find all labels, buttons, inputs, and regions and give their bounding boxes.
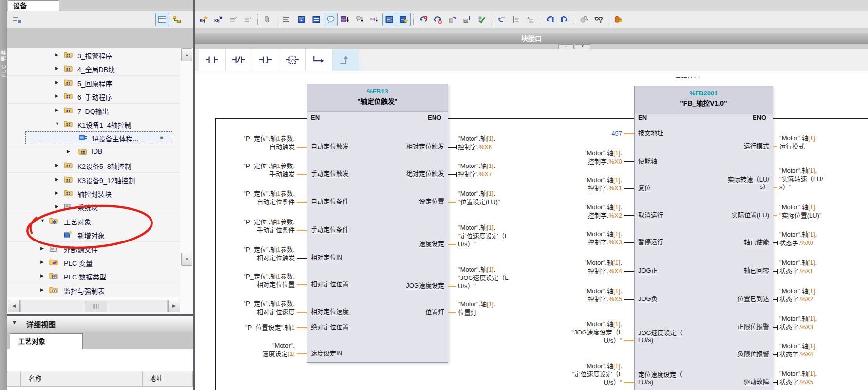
nc-contact-icon[interactable]	[226, 49, 252, 71]
network-comments-icon[interactable]	[324, 13, 338, 26]
block-interface-bar[interactable]: 块接口	[195, 33, 868, 44]
left-nav-rail[interactable]: PLC 编程	[0, 0, 7, 390]
input-operand[interactable]: "Motor".轴[1].控制字.%X2	[523, 203, 622, 220]
tree-item[interactable]: ▶IDB	[7, 145, 180, 159]
tab-tech-objects[interactable]: 工艺对象	[10, 333, 83, 349]
close-branch-icon[interactable]	[333, 49, 359, 71]
output-operand[interactable]: "Motor".轴[1]."实际位置(LU)"	[779, 203, 868, 220]
chevron-collapsed-icon[interactable]: ▶	[55, 163, 58, 167]
input-operand[interactable]: "P_定位".轴1参数.自动触发	[197, 134, 295, 151]
tree-scroll-up-button[interactable]: ▲	[181, 48, 192, 61]
insert-empty-box-icon[interactable]	[226, 13, 240, 26]
output-operand[interactable]: "Motor".轴[1].状态字.%X4	[779, 342, 868, 358]
input-operand[interactable]: "Motor".轴[1]."定位速度设定（LU/s）"	[523, 362, 622, 387]
tree-item[interactable]: ▶K2设备5_8轴控制	[7, 159, 180, 173]
chevron-collapsed-icon[interactable]: ▶	[55, 66, 58, 71]
chevron-collapsed-icon[interactable]: ▶	[55, 108, 58, 112]
output-operand[interactable]: "Motor".轴[1].状态字.%X5	[779, 370, 868, 386]
monitoring-icon[interactable]	[592, 13, 605, 26]
insert-network-icon[interactable]: ĸӊ	[197, 13, 211, 26]
tree-scroll-right-button[interactable]: ▶	[168, 300, 180, 312]
input-pin[interactable]: 手动定位条件	[311, 226, 391, 233]
chevron-expanded-icon[interactable]: ▼	[40, 218, 45, 223]
output-pin[interactable]: 实际转速（LU/s）	[689, 176, 769, 190]
open-branch-icon[interactable]	[306, 49, 333, 71]
chevron-collapsed-icon[interactable]: ▶	[40, 260, 44, 264]
input-operand[interactable]: "P_位置设定".轴1	[197, 323, 295, 332]
tree-item[interactable]: 新增对象	[7, 228, 180, 242]
chevron-down-icon[interactable]: ▼	[12, 319, 17, 325]
chevron-collapsed-icon[interactable]: ▶	[40, 246, 44, 251]
tree-item[interactable]: ▼K1设备1_4轴控制	[7, 117, 180, 131]
tree-item[interactable]: ▶5_回原程序	[7, 76, 180, 90]
download-icon[interactable]: DI	[460, 13, 474, 26]
go-back-icon[interactable]	[543, 13, 557, 26]
output-pin[interactable]: 轴已使能	[689, 239, 769, 246]
output-pin[interactable]: 位置灯	[364, 308, 444, 316]
insert-branch-icon[interactable]	[241, 13, 255, 26]
tree-scroll-down-button[interactable]: ▼	[181, 253, 192, 266]
input-operand[interactable]: "P_定位".轴1参数.相对定位速度	[197, 299, 295, 316]
output-pin[interactable]: 实际位置(LU)	[689, 211, 769, 219]
tree-item[interactable]: ▶3_报警程序	[7, 48, 180, 62]
input-operand[interactable]: "P_定位".轴1参数.相对定位位置	[197, 272, 295, 289]
output-operand[interactable]: "Motor".轴[1]."实际转速（LU/s）"	[779, 167, 868, 191]
input-operand[interactable]: "Motor".轴[1].控制字.%X3	[523, 230, 622, 246]
input-operand[interactable]: "P_定位".轴1参数.手动定位条件	[197, 218, 295, 234]
input-pin[interactable]: 相对定位IN	[311, 254, 391, 261]
chevron-collapsed-icon[interactable]: ▶	[55, 52, 58, 57]
output-pin[interactable]: 设定位置	[364, 198, 444, 205]
chevron-collapsed-icon[interactable]: ▶	[55, 204, 58, 209]
output-pin[interactable]: 速度设定	[364, 240, 444, 247]
operand-info-icon[interactable]	[339, 13, 352, 26]
go-forward-icon[interactable]	[558, 13, 571, 26]
fb-block-header[interactable]: %FB13"轴定位触发"	[307, 84, 448, 112]
input-pin[interactable]: 绝对定位位置	[311, 323, 391, 331]
chevron-expanded-icon[interactable]: ▼	[55, 121, 59, 126]
favorites-display-icon[interactable]	[397, 13, 411, 26]
empty-box-icon[interactable]: ??	[279, 49, 306, 71]
output-pin[interactable]: 正限位报警	[689, 323, 769, 330]
output-operand[interactable]: "Motor".轴[1].状态字.%X0	[779, 230, 868, 247]
details-view-header[interactable]: ▼ 详细视图	[7, 316, 193, 332]
output-pin[interactable]: 位置已到达	[689, 295, 769, 302]
tree-item[interactable]: ▶轴控封装块	[7, 186, 180, 201]
tree-item[interactable]: ▶PLC 数据类型	[7, 269, 180, 283]
output-pin[interactable]: 运行模式	[689, 142, 769, 149]
input-operand[interactable]: "Motor".轴[1].控制字.%X1	[523, 176, 622, 192]
input-operand[interactable]: "Motor".速度设定[1]	[197, 341, 295, 358]
output-pin[interactable]: JOG速度设定	[364, 282, 444, 289]
output-pin[interactable]: 轴已回零	[689, 267, 769, 274]
comment-info-icon[interactable]	[353, 13, 367, 26]
find-replace-icon[interactable]	[577, 13, 591, 26]
network-order-icon[interactable]	[280, 13, 294, 26]
tree-item[interactable]: ▶系统块	[7, 200, 180, 214]
output-operand[interactable]: "Motor".轴[1].状态字.%X3	[779, 315, 868, 331]
update-block-calls-icon[interactable]	[446, 13, 459, 26]
tree-hscrollbar-thumb[interactable]: ||||	[85, 301, 107, 312]
no-contact-icon[interactable]	[199, 49, 226, 71]
retain-memory-icon[interactable]	[611, 13, 625, 26]
favorites-info-icon[interactable]: ĸӊ	[368, 13, 381, 26]
previous-error-icon[interactable]	[416, 13, 430, 26]
details-col-name[interactable]: 名称	[20, 371, 142, 387]
chevron-collapsed-icon[interactable]: ▶	[55, 93, 58, 98]
input-operand[interactable]: "Motor".轴[1].控制字.%X0	[523, 149, 622, 166]
output-operand[interactable]: "Motor".轴[1].状态字.%X2	[779, 287, 868, 303]
input-operand[interactable]: "P_定位".轴1参数.自动定位条件	[197, 189, 295, 206]
tree-item[interactable]: ▼✱工艺对象	[7, 214, 180, 228]
output-operand[interactable]: "Motor".轴[1].状态字.%X1	[779, 259, 868, 275]
tree-item[interactable]: ▶4_全局DB块	[7, 62, 180, 76]
next-error-icon[interactable]	[431, 13, 445, 26]
open-all-networks-icon[interactable]	[295, 13, 308, 26]
output-pin[interactable]: 驱动故障	[689, 378, 769, 385]
network-display-icon[interactable]	[382, 13, 396, 26]
tree-item[interactable]: ▶7_DQ输出	[7, 104, 180, 118]
tree-item[interactable]: ▶6_手动程序	[7, 90, 180, 104]
input-pin[interactable]: JOG速度设定（LU/s)	[638, 329, 718, 344]
details-col-address[interactable]: 地址	[142, 371, 193, 387]
chevron-collapsed-icon[interactable]: ▶	[55, 177, 58, 182]
output-pin[interactable]: 相对定位触发	[364, 143, 444, 150]
input-operand[interactable]: "P_定位".轴1参数.相对定位触发	[197, 245, 295, 262]
close-all-networks-icon[interactable]	[309, 13, 323, 26]
